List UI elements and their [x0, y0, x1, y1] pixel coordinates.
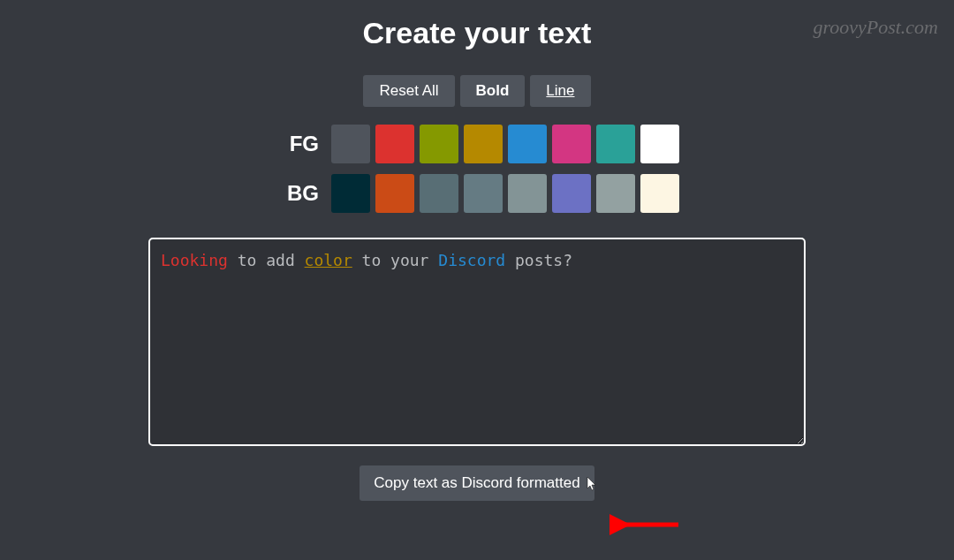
line-button[interactable]: Line — [530, 75, 590, 107]
bold-button[interactable]: Bold — [460, 75, 526, 107]
bg-color-section: BG — [275, 174, 679, 213]
bg-swatch-row — [331, 174, 679, 213]
copy-row: Copy text as Discord formatted — [360, 465, 594, 501]
style-button-row: Reset All Bold Line — [363, 75, 590, 107]
bg-swatch-3[interactable] — [464, 174, 503, 213]
bg-swatch-5[interactable] — [552, 174, 591, 213]
text-editor[interactable]: Looking to add color to your Discord pos… — [148, 238, 806, 446]
watermark-text: groovyPost.com — [813, 16, 938, 39]
cursor-pointer-icon — [586, 476, 598, 496]
bg-label: BG — [275, 181, 319, 206]
bg-swatch-1[interactable] — [375, 174, 414, 213]
bg-swatch-0[interactable] — [331, 174, 370, 213]
bg-swatch-6[interactable] — [596, 174, 635, 213]
bg-swatch-2[interactable] — [420, 174, 458, 213]
bg-swatch-7[interactable] — [640, 174, 679, 213]
editor-token: to your — [352, 251, 439, 269]
bg-swatch-4[interactable] — [508, 174, 547, 213]
fg-swatch-row — [331, 125, 679, 163]
reset-all-button[interactable]: Reset All — [363, 75, 454, 107]
fg-color-section: FG — [275, 125, 679, 163]
fg-swatch-4[interactable] — [508, 125, 547, 163]
fg-swatch-2[interactable] — [420, 125, 458, 163]
main-container: Create your text Reset All Bold Line FG … — [0, 0, 954, 501]
copy-button[interactable]: Copy text as Discord formatted — [360, 465, 594, 501]
annotation-arrow-icon — [610, 514, 680, 535]
page-title: Create your text — [363, 16, 592, 50]
fg-swatch-6[interactable] — [596, 125, 635, 163]
fg-swatch-1[interactable] — [375, 125, 414, 163]
editor-token: to add — [228, 251, 305, 269]
editor-token: color — [305, 251, 352, 269]
editor-token: posts? — [505, 251, 572, 269]
fg-swatch-3[interactable] — [464, 125, 503, 163]
fg-swatch-5[interactable] — [552, 125, 591, 163]
fg-label: FG — [275, 132, 319, 156]
fg-swatch-7[interactable] — [640, 125, 679, 163]
editor-token: Discord — [438, 251, 505, 269]
editor-token: Looking — [161, 251, 228, 269]
fg-swatch-0[interactable] — [331, 125, 370, 163]
